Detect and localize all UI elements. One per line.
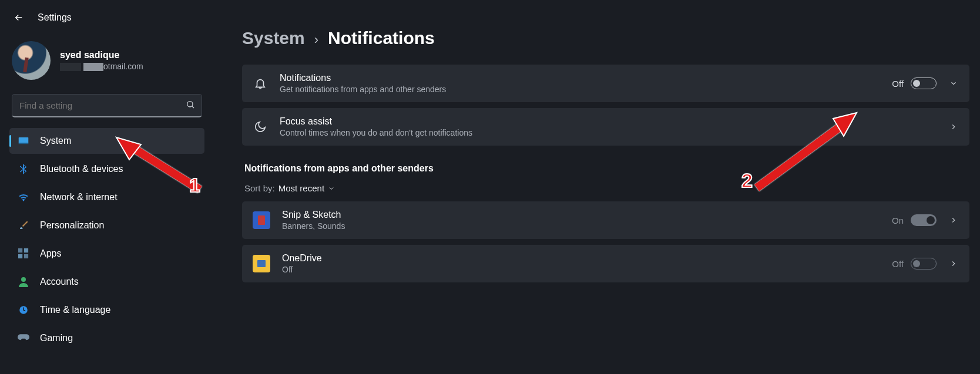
app-sub: Banners, Sounds [282,221,880,231]
sidebar-item-label: System [40,136,71,146]
person-icon [18,276,29,288]
sidebar-item-label: Gaming [40,333,73,343]
sidebar-item-accounts[interactable]: Accounts [9,269,204,295]
svg-rect-5 [18,254,22,258]
section-heading: Notifications from apps and other sender… [244,163,969,174]
svg-point-0 [187,102,193,107]
search-box[interactable] [12,94,202,117]
svg-rect-4 [24,248,28,252]
sidebar-item-gaming[interactable]: Gaming [9,325,204,351]
toggle-state-label: Off [892,259,904,269]
clock-globe-icon [18,304,29,316]
card-title: Focus assist [280,116,937,127]
breadcrumb-current: Notifications [328,28,435,48]
app-toggle[interactable] [911,258,937,269]
sidebar-item-label: Time & language [40,305,110,315]
card-subtitle: Control times when you do and don't get … [280,128,937,137]
chevron-down-icon [328,185,335,192]
card-subtitle: Get notifications from apps and other se… [280,85,880,94]
forward-chevron-icon[interactable] [948,260,959,268]
sidebar-item-system[interactable]: System [9,128,204,154]
breadcrumb-parent[interactable]: System [242,28,305,48]
profile-block[interactable]: syed sadique otmail.com [9,41,204,80]
sidebar-item-label: Apps [40,248,61,259]
sidebar-item-label: Personalization [40,220,104,231]
app-notification-row[interactable]: Snip & Sketch Banners, Sounds On [242,201,969,239]
svg-rect-2 [19,143,29,144]
app-name: Snip & Sketch [282,210,880,220]
apps-icon [18,248,29,260]
card-title: Notifications [280,73,880,83]
toggle-state-label: Off [892,79,904,89]
app-sub: Off [282,265,880,274]
sidebar-item-time-language[interactable]: Time & language [9,297,204,323]
sidebar-item-label: Bluetooth & devices [40,164,123,174]
search-icon [186,100,195,112]
sort-value: Most recent [278,183,324,193]
moon-icon [253,119,268,134]
sort-by-dropdown[interactable]: Sort by: Most recent [244,183,969,193]
notifications-card[interactable]: Notifications Get notifications from app… [242,65,969,102]
sidebar-item-personalization[interactable]: Personalization [9,213,204,238]
app-notification-row[interactable]: OneDrive Off Off [242,245,969,282]
wifi-icon [18,191,29,203]
sidebar-nav: System Bluetooth & devices Network & int… [9,128,204,353]
toggle-state-label: On [892,215,904,225]
forward-chevron-icon[interactable] [948,123,959,131]
expand-chevron-icon[interactable] [948,79,959,87]
bluetooth-icon [18,163,29,175]
sidebar-item-network[interactable]: Network & internet [9,184,204,210]
snip-sketch-icon [253,211,270,229]
app-toggle[interactable] [911,214,937,226]
notifications-toggle[interactable] [911,78,937,89]
svg-point-7 [21,277,26,282]
back-button[interactable] [12,11,26,25]
sidebar-item-bluetooth[interactable]: Bluetooth & devices [9,156,204,182]
bell-icon [253,76,268,91]
gamepad-icon [18,332,29,344]
sidebar-item-label: Network & internet [40,192,118,203]
sidebar-item-apps[interactable]: Apps [9,241,204,267]
brush-icon [18,220,29,231]
profile-email: otmail.com [60,62,143,71]
search-input[interactable] [12,94,202,117]
sort-label: Sort by: [244,183,275,193]
svg-rect-1 [19,137,29,144]
forward-chevron-icon[interactable] [948,216,959,224]
system-icon [18,135,29,147]
onedrive-icon [253,255,270,272]
profile-name: syed sadique [60,50,143,60]
avatar [12,41,51,80]
focus-assist-card[interactable]: Focus assist Control times when you do a… [242,108,969,146]
breadcrumb: System › Notifications [242,28,969,48]
app-title: Settings [38,12,72,23]
svg-rect-3 [18,248,22,252]
sidebar-item-label: Accounts [40,277,79,287]
breadcrumb-separator: › [314,32,318,48]
svg-rect-6 [24,254,28,258]
app-name: OneDrive [282,253,880,264]
